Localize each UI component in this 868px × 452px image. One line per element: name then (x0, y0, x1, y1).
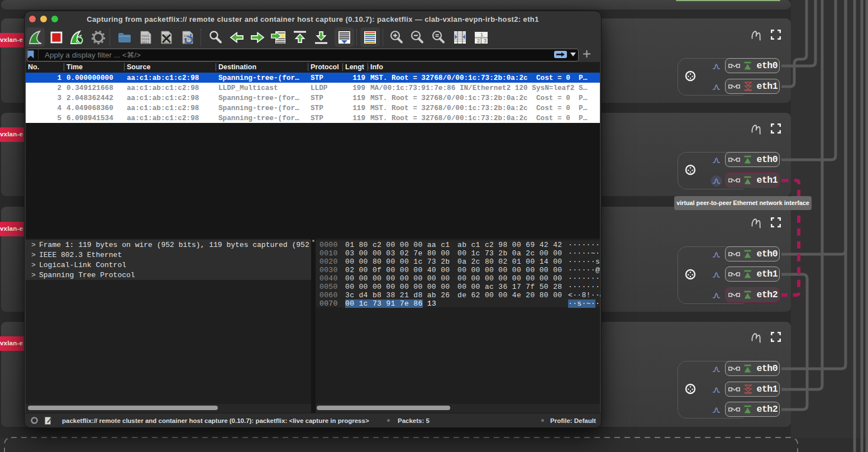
svg-text:1: 1 (480, 32, 483, 37)
svg-text:3: 3 (484, 38, 487, 44)
svg-text:0011: 0011 (142, 41, 150, 45)
svg-text:2: 2 (477, 38, 480, 44)
